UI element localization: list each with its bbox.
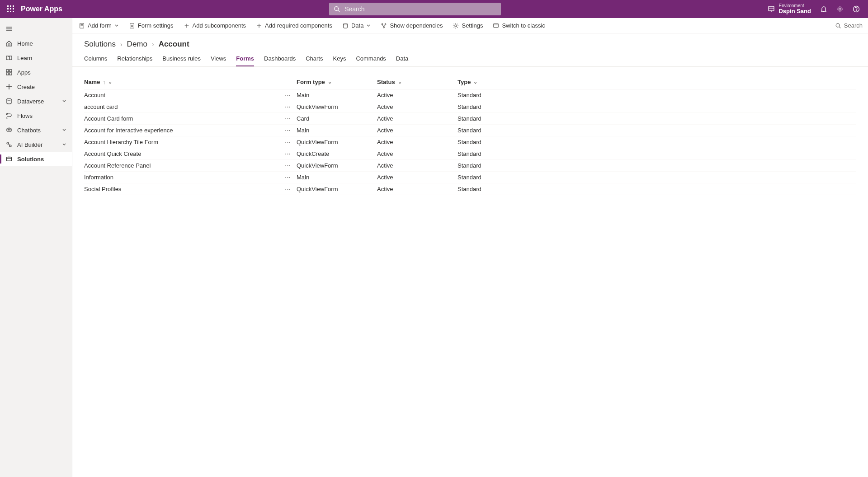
sidebar-item-dataverse[interactable]: Dataverse xyxy=(0,94,72,108)
cmd-add-required[interactable]: Add required components xyxy=(255,20,333,31)
sidebar-item-learn[interactable]: Learn xyxy=(0,51,72,65)
cell-form-type: QuickViewForm xyxy=(297,162,377,169)
sidebar-item-chatbots[interactable]: Chatbots xyxy=(0,123,72,137)
tab-views[interactable]: Views xyxy=(211,51,226,66)
tab-charts[interactable]: Charts xyxy=(306,51,323,66)
table-row[interactable]: Information⋯MainActiveStandard xyxy=(84,172,856,183)
tab-keys[interactable]: Keys xyxy=(333,51,346,66)
sidebar-item-ai-builder[interactable]: AI Builder xyxy=(0,137,72,152)
cmd-data[interactable]: Data xyxy=(341,20,372,31)
hamburger-icon[interactable] xyxy=(2,22,16,36)
sidebar-item-create[interactable]: Create xyxy=(0,80,72,94)
table-row[interactable]: Account Quick Create⋯QuickCreateActiveSt… xyxy=(84,148,856,160)
cell-name: Social Profiles xyxy=(84,186,278,192)
col-header-name[interactable]: Name ↑ ⌄ xyxy=(84,79,278,85)
sidebar-item-label: Apps xyxy=(17,69,31,76)
sidebar-item-label: Dataverse xyxy=(17,98,44,105)
app-brand[interactable]: Power Apps xyxy=(21,5,62,13)
global-search-input[interactable] xyxy=(329,3,501,15)
cell-form-type: QuickCreate xyxy=(297,150,377,157)
gear-icon xyxy=(453,23,459,29)
table-row[interactable]: account card⋯QuickViewFormActiveStandard xyxy=(84,101,856,113)
tab-data[interactable]: Data xyxy=(396,51,408,66)
svg-line-36 xyxy=(9,144,10,145)
row-more-icon[interactable]: ⋯ xyxy=(278,127,297,134)
table-row[interactable]: Account Card form⋯CardActiveStandard xyxy=(84,113,856,125)
col-header-type[interactable]: Type ⌄ xyxy=(458,79,538,85)
plus-icon xyxy=(256,23,262,29)
row-more-icon[interactable]: ⋯ xyxy=(278,92,297,98)
sidebar-item-solutions[interactable]: Solutions xyxy=(0,152,72,166)
row-more-icon[interactable]: ⋯ xyxy=(278,174,297,181)
table-row[interactable]: Account⋯MainActiveStandard xyxy=(84,89,856,101)
breadcrumb-solutions[interactable]: Solutions xyxy=(84,40,116,49)
cell-name: Information xyxy=(84,174,278,181)
notifications-icon[interactable] xyxy=(816,1,832,17)
breadcrumb-separator: › xyxy=(120,41,123,48)
chevron-down-icon xyxy=(114,23,119,28)
waffle-icon[interactable] xyxy=(4,2,18,16)
dependencies-icon xyxy=(381,23,387,29)
table-row[interactable]: Account Hierarchy Tile Form⋯QuickViewFor… xyxy=(84,136,856,148)
help-icon[interactable] xyxy=(848,1,864,17)
tab-commands[interactable]: Commands xyxy=(356,51,386,66)
row-more-icon[interactable]: ⋯ xyxy=(278,186,297,192)
cmd-form-settings[interactable]: Form settings xyxy=(128,20,175,31)
svg-point-16 xyxy=(839,8,841,10)
svg-point-50 xyxy=(344,23,348,25)
svg-rect-11 xyxy=(769,6,774,11)
svg-point-51 xyxy=(382,23,383,25)
global-search-wrap xyxy=(329,3,501,15)
row-more-icon[interactable]: ⋯ xyxy=(278,150,297,157)
cell-status: Active xyxy=(377,115,458,122)
breadcrumb-demo[interactable]: Demo xyxy=(127,40,147,49)
chevron-down-icon: ⌄ xyxy=(108,79,112,85)
chatbots-icon xyxy=(5,126,13,134)
cell-type: Standard xyxy=(458,150,538,157)
table-row[interactable]: Account for Interactive experience⋯MainA… xyxy=(84,125,856,136)
chevron-down-icon: ⌄ xyxy=(328,79,332,85)
cmd-show-dependencies[interactable]: Show dependencies xyxy=(380,20,443,31)
cell-name: Account Quick Create xyxy=(84,150,278,157)
tab-relationships[interactable]: Relationships xyxy=(117,51,152,66)
row-more-icon[interactable]: ⋯ xyxy=(278,162,297,169)
cmd-add-subcomponents[interactable]: Add subcomponents xyxy=(183,20,247,31)
cmd-settings[interactable]: Settings xyxy=(452,20,484,31)
settings-icon[interactable] xyxy=(832,1,848,17)
app-header: Power Apps Environment Dspin Sand xyxy=(0,0,868,18)
cell-name: Account Reference Panel xyxy=(84,162,278,169)
environment-picker[interactable]: Environment Dspin Sand xyxy=(768,3,811,14)
cell-status: Active xyxy=(377,186,458,192)
svg-point-35 xyxy=(9,145,11,147)
row-more-icon[interactable]: ⋯ xyxy=(278,103,297,110)
svg-rect-30 xyxy=(7,128,11,131)
svg-line-54 xyxy=(382,24,384,26)
cmd-label: Add subcomponents xyxy=(193,22,246,29)
row-more-icon[interactable]: ⋯ xyxy=(278,139,297,145)
sidebar-item-flows[interactable]: Flows xyxy=(0,108,72,123)
col-header-status[interactable]: Status ⌄ xyxy=(377,79,458,85)
cell-type: Standard xyxy=(458,186,538,192)
tab-dashboards[interactable]: Dashboards xyxy=(264,51,296,66)
svg-rect-23 xyxy=(9,70,12,72)
cmd-switch-classic[interactable]: Switch to classic xyxy=(492,20,546,31)
sidebar-item-apps[interactable]: Apps xyxy=(0,65,72,80)
svg-point-59 xyxy=(836,23,840,27)
tab-business-rules[interactable]: Business rules xyxy=(162,51,201,66)
breadcrumb-separator: › xyxy=(152,41,154,48)
sidebar-item-home[interactable]: Home xyxy=(0,36,72,51)
chevron-down-icon: ⌄ xyxy=(473,79,477,85)
cell-form-type: QuickViewForm xyxy=(297,186,377,192)
row-more-icon[interactable]: ⋯ xyxy=(278,115,297,122)
svg-rect-57 xyxy=(494,23,499,27)
main-area: Add form Form settings Add subcomponents xyxy=(72,18,868,477)
dataverse-icon xyxy=(5,98,13,105)
tab-forms[interactable]: Forms xyxy=(236,51,254,66)
col-header-form-type[interactable]: Form type ⌄ xyxy=(297,79,377,85)
flows-icon xyxy=(5,112,13,119)
command-bar-search[interactable]: Search xyxy=(835,22,863,29)
tab-columns[interactable]: Columns xyxy=(84,51,107,66)
table-row[interactable]: Account Reference Panel⋯QuickViewFormAct… xyxy=(84,160,856,172)
cmd-add-form[interactable]: Add form xyxy=(78,20,120,31)
table-row[interactable]: Social Profiles⋯QuickViewFormActiveStand… xyxy=(84,183,856,195)
